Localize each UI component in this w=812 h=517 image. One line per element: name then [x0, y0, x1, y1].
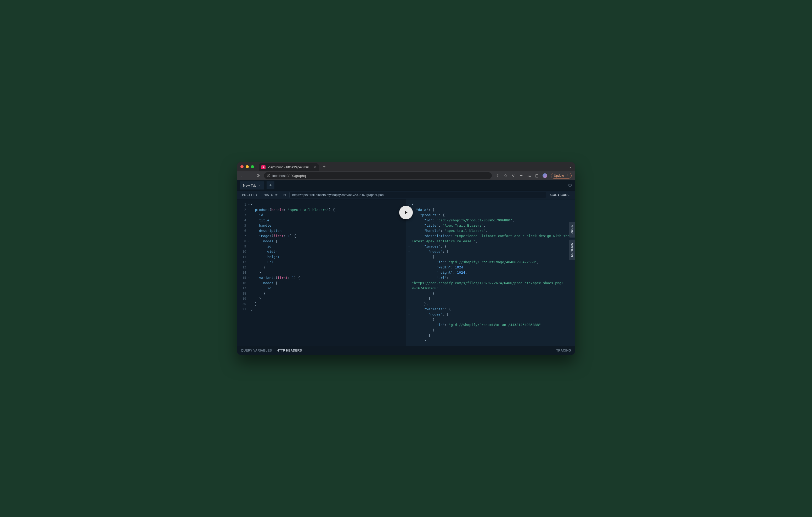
query-line[interactable]: 12 url: [237, 260, 406, 265]
query-line[interactable]: 8▾ nodes {: [237, 239, 406, 244]
fold-toggle-icon: [406, 270, 412, 275]
response-line: ▾ "nodes": [: [406, 312, 575, 317]
close-playground-tab-icon[interactable]: ×: [259, 183, 261, 187]
fold-toggle-icon[interactable]: ▾: [248, 275, 251, 280]
fold-toggle-icon[interactable]: ▾: [248, 207, 251, 213]
code-content: }: [251, 291, 265, 296]
query-line[interactable]: 20 }: [237, 301, 406, 307]
maximize-window-button[interactable]: [251, 165, 254, 168]
fold-toggle-icon: [406, 291, 412, 296]
query-line[interactable]: 17 id: [237, 286, 406, 291]
extensions-icon[interactable]: ✦: [519, 173, 523, 178]
response-content: "data": {: [412, 207, 575, 213]
query-variables-tab[interactable]: QUERY VARIABLES: [241, 349, 272, 352]
line-number: 21: [237, 307, 248, 312]
query-line[interactable]: 3 id: [237, 213, 406, 218]
response-line: ]: [406, 333, 575, 338]
query-line[interactable]: 5 handle: [237, 223, 406, 228]
code-content: }: [251, 296, 261, 301]
query-line[interactable]: 2▾ product(handle: "apex-trail-blazers")…: [237, 207, 406, 213]
response-line: ▾{: [406, 202, 575, 207]
url-input[interactable]: ⓘ localhost:3000/graphql: [264, 172, 492, 179]
response-content: "nodes": [: [412, 249, 575, 254]
tracing-tab[interactable]: TRACING: [556, 349, 571, 352]
response-content: }: [412, 338, 575, 343]
query-line[interactable]: 7▾ images(first: 1) {: [237, 234, 406, 239]
tabs-overflow-icon[interactable]: ⌄: [569, 165, 572, 169]
fold-toggle-icon[interactable]: ▾: [406, 254, 412, 260]
response-content: "images": {: [412, 244, 575, 249]
favicon-icon: ✱: [261, 165, 265, 170]
history-button[interactable]: HISTORY: [261, 191, 280, 199]
fold-toggle-icon[interactable]: ▾: [406, 244, 412, 249]
line-number: 14: [237, 270, 248, 275]
reload-icon[interactable]: ⟳: [256, 173, 260, 178]
fold-toggle-icon[interactable]: ▾: [248, 239, 251, 244]
fold-toggle-icon[interactable]: ▾: [406, 312, 412, 317]
code-content: nodes {: [251, 239, 278, 244]
line-number: 20: [237, 301, 248, 307]
fold-toggle-icon: [406, 265, 412, 270]
fold-toggle-icon[interactable]: ▾: [248, 234, 251, 239]
line-number: 2: [237, 207, 248, 213]
query-line[interactable]: 11 height: [237, 254, 406, 260]
query-line[interactable]: 6 description: [237, 228, 406, 234]
query-line[interactable]: 9 id: [237, 244, 406, 249]
query-line[interactable]: 13 }: [237, 265, 406, 270]
response-viewer[interactable]: ▾{▾ "data": {▾ "product": { "id": "gid:/…: [406, 200, 575, 346]
copy-curl-button[interactable]: COPY CURL: [548, 191, 572, 199]
close-tab-icon[interactable]: ×: [314, 165, 316, 170]
back-icon[interactable]: ←: [240, 174, 244, 178]
fold-toggle-icon: [406, 260, 412, 265]
response-content: "variants": {: [412, 307, 575, 312]
code-content: product(handle: "apex-trail-blazers") {: [251, 207, 335, 213]
query-line[interactable]: 1▾{: [237, 202, 406, 207]
browser-tab[interactable]: ✱ Playground - https://apex-trail… ×: [259, 163, 319, 171]
response-line: "id": "gid://shopify/Product/80896170068…: [406, 218, 575, 223]
kebab-icon: ⋮: [566, 174, 569, 178]
media-control-icon[interactable]: ♪≡: [527, 174, 531, 178]
reload-schema-icon[interactable]: ↻: [282, 193, 288, 197]
extension-v-icon[interactable]: V: [511, 174, 515, 178]
share-icon[interactable]: ⇪: [495, 173, 500, 178]
response-line: ▾ "product": {: [406, 213, 575, 218]
fold-toggle-icon: [248, 265, 251, 270]
bookmark-icon[interactable]: ☆: [503, 173, 508, 178]
run-button[interactable]: [399, 206, 413, 219]
query-line[interactable]: 15▾ variants(first: 1) {: [237, 275, 406, 280]
url-host: localhost:3000/graphql: [272, 174, 307, 178]
settings-icon[interactable]: ⚙: [568, 182, 572, 188]
query-line[interactable]: 16 nodes {: [237, 280, 406, 286]
code-content: }: [251, 301, 257, 307]
devices-icon[interactable]: ▢: [535, 173, 539, 178]
site-info-icon[interactable]: ⓘ: [267, 174, 270, 178]
line-number: 18: [237, 291, 248, 296]
query-line[interactable]: 21}: [237, 307, 406, 312]
response-line: "description": "Experience ultimate comf…: [406, 234, 575, 244]
new-browser-tab-button[interactable]: +: [323, 164, 326, 170]
response-line: {: [406, 317, 575, 322]
prettify-button[interactable]: PRETTIFY: [240, 191, 260, 199]
query-line[interactable]: 4 title: [237, 218, 406, 223]
fold-toggle-icon: [406, 234, 412, 244]
fold-toggle-icon[interactable]: ▾: [248, 202, 251, 207]
profile-avatar[interactable]: [543, 173, 547, 178]
close-window-button[interactable]: [240, 165, 243, 168]
query-line[interactable]: 10 width: [237, 249, 406, 254]
fold-toggle-icon[interactable]: ▾: [406, 249, 412, 254]
query-line[interactable]: 18 }: [237, 291, 406, 296]
fold-toggle-icon[interactable]: ▾: [406, 307, 412, 312]
http-headers-tab[interactable]: HTTP HEADERS: [277, 349, 302, 352]
schema-tab[interactable]: SCHEMA: [569, 240, 575, 260]
code-content: images(first: 1) {: [251, 234, 296, 239]
query-line[interactable]: 14 }: [237, 270, 406, 275]
response-content: {: [412, 202, 575, 207]
query-line[interactable]: 19 }: [237, 296, 406, 301]
new-playground-tab-button[interactable]: +: [267, 181, 274, 189]
docs-tab[interactable]: DOCS: [569, 222, 575, 238]
update-button[interactable]: Update⋮: [551, 173, 572, 179]
query-editor[interactable]: 1▾{2▾ product(handle: "apex-trail-blazer…: [237, 200, 406, 346]
minimize-window-button[interactable]: [245, 165, 249, 168]
endpoint-input[interactable]: https://apex-trail-blazers.myshopify.com…: [289, 192, 546, 198]
playground-tab[interactable]: New Tab ×: [240, 181, 264, 189]
